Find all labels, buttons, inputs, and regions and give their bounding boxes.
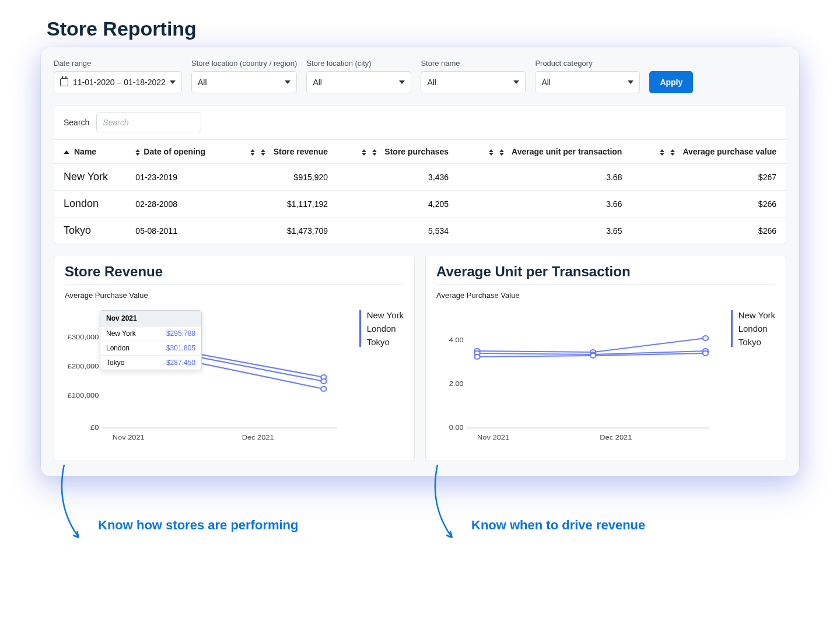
tooltip-label: London bbox=[106, 344, 130, 352]
apply-button[interactable]: Apply bbox=[649, 71, 693, 93]
chart-subtitle: Average Purchase Value bbox=[436, 291, 775, 300]
chart-store-revenue: Store Revenue Average Purchase Value £30… bbox=[54, 255, 415, 461]
calendar-icon bbox=[60, 78, 68, 86]
chevron-down-icon bbox=[399, 80, 405, 84]
sort-icon bbox=[372, 149, 377, 156]
cell-purchases: 5,534 bbox=[337, 217, 458, 244]
sort-icon bbox=[135, 149, 140, 156]
sort-icon bbox=[250, 149, 255, 156]
search-input[interactable] bbox=[96, 113, 201, 132]
legend-item[interactable]: London bbox=[367, 324, 404, 333]
sort-icon bbox=[362, 149, 366, 156]
chart-title: Store Revenue bbox=[65, 264, 404, 285]
cell-purchases: 4,205 bbox=[337, 191, 458, 217]
svg-text:£100,000: £100,000 bbox=[68, 392, 99, 399]
chart-legend: New York London Tokyo bbox=[359, 310, 404, 347]
table-row[interactable]: Tokyo 05-08-2011 $1,473,709 5,534 3.65 $… bbox=[54, 217, 786, 244]
chevron-down-icon bbox=[285, 80, 290, 84]
filter-label-date-range: Date range bbox=[54, 59, 182, 68]
col-avg-unit[interactable]: Average unit per transaction bbox=[458, 140, 631, 164]
svg-point-23 bbox=[703, 336, 708, 340]
cell-revenue: $1,117,192 bbox=[228, 191, 337, 217]
sort-icon bbox=[670, 149, 675, 156]
svg-text:0.00: 0.00 bbox=[449, 424, 464, 431]
annotations: Know how stores are performing Know when… bbox=[41, 476, 799, 570]
search-label: Search bbox=[64, 118, 89, 127]
filter-category[interactable]: All bbox=[535, 71, 640, 93]
col-name[interactable]: Name bbox=[54, 140, 126, 164]
filter-label-city: Store location (city) bbox=[306, 59, 411, 68]
chart-plot-area[interactable]: 4.00 2.00 0.00 Nov 2021 Dec 2021 bbox=[436, 304, 723, 450]
col-date-open[interactable]: Date of opening bbox=[126, 140, 227, 164]
dashboard-panel: Date range 11-01-2020 – 01-18-2022 Store… bbox=[41, 47, 799, 476]
cell-avg-value: $266 bbox=[631, 217, 786, 244]
table-card: Search Name Date of opening Store revenu… bbox=[54, 105, 786, 244]
filter-date-range[interactable]: 11-01-2020 – 01-18-2022 bbox=[54, 71, 182, 93]
sort-icon bbox=[499, 149, 504, 156]
filter-label-store-name: Store name bbox=[421, 59, 526, 68]
filter-store-name-value: All bbox=[427, 78, 436, 87]
filter-city-value: All bbox=[313, 78, 322, 87]
cell-date-open: 01-23-2019 bbox=[126, 164, 227, 191]
svg-point-25 bbox=[703, 351, 708, 356]
chevron-down-icon bbox=[628, 80, 634, 84]
table-row[interactable]: London 02-28-2008 $1,117,192 4,205 3.66 … bbox=[54, 191, 786, 217]
cell-date-open: 02-28-2008 bbox=[126, 191, 227, 217]
tooltip-label: Tokyo bbox=[106, 359, 124, 367]
svg-point-10 bbox=[321, 387, 326, 391]
chevron-down-icon bbox=[513, 80, 519, 84]
svg-text:Nov 2021: Nov 2021 bbox=[477, 434, 509, 441]
legend-item[interactable]: New York bbox=[367, 310, 404, 320]
filter-label-category: Product category bbox=[535, 59, 640, 68]
filter-country[interactable]: All bbox=[191, 71, 297, 93]
cell-revenue: $1,473,709 bbox=[228, 217, 337, 244]
svg-point-19 bbox=[474, 354, 480, 359]
chart-tooltip: Nov 2021 New York$295,788 London$301,805… bbox=[100, 310, 202, 370]
cell-date-open: 05-08-2011 bbox=[126, 217, 227, 244]
chart-legend: New York London Tokyo bbox=[731, 310, 775, 347]
sort-icon bbox=[261, 149, 265, 156]
filter-category-value: All bbox=[541, 78, 551, 87]
cell-avg-value: $267 bbox=[631, 164, 786, 191]
arrow-icon bbox=[426, 465, 467, 546]
legend-item[interactable]: Tokyo bbox=[738, 337, 775, 347]
svg-text:£200,000: £200,000 bbox=[68, 363, 99, 370]
cell-purchases: 3,436 bbox=[337, 164, 458, 191]
cell-avg-unit: 3.68 bbox=[458, 164, 631, 191]
tooltip-value: $301,805 bbox=[166, 344, 195, 352]
filters-row: Date range 11-01-2020 – 01-18-2022 Store… bbox=[54, 59, 786, 93]
svg-text:4.00: 4.00 bbox=[449, 336, 464, 344]
sort-icon bbox=[660, 149, 664, 156]
chart-subtitle: Average Purchase Value bbox=[65, 291, 404, 300]
sort-asc-icon bbox=[64, 150, 69, 154]
tooltip-label: New York bbox=[106, 329, 136, 338]
svg-point-22 bbox=[590, 353, 596, 358]
svg-point-9 bbox=[321, 379, 326, 384]
filter-date-range-value: 11-01-2020 – 01-18-2022 bbox=[73, 78, 166, 87]
filter-label-country: Store location (country / region) bbox=[191, 59, 297, 68]
sort-icon bbox=[489, 149, 494, 156]
filter-store-name[interactable]: All bbox=[421, 71, 526, 93]
table-row[interactable]: New York 01-23-2019 $915,920 3,436 3.68 … bbox=[54, 164, 786, 191]
stores-table: Name Date of opening Store revenue Store… bbox=[54, 140, 786, 244]
cell-avg-value: $266 bbox=[631, 191, 786, 217]
svg-text:Dec 2021: Dec 2021 bbox=[600, 434, 632, 441]
tooltip-value: $287,450 bbox=[166, 359, 195, 367]
legend-item[interactable]: London bbox=[738, 324, 775, 333]
cell-avg-unit: 3.65 bbox=[458, 217, 631, 244]
col-avg-value[interactable]: Average purchase value bbox=[631, 140, 786, 164]
chart-avg-unit: Average Unit per Transaction Average Pur… bbox=[425, 255, 786, 461]
svg-text:£0: £0 bbox=[90, 424, 99, 431]
filter-city[interactable]: All bbox=[306, 71, 411, 93]
svg-text:2.00: 2.00 bbox=[449, 380, 464, 388]
tooltip-header: Nov 2021 bbox=[100, 311, 201, 326]
col-purchases[interactable]: Store purchases bbox=[337, 140, 458, 164]
cell-name: Tokyo bbox=[54, 217, 126, 244]
legend-item[interactable]: Tokyo bbox=[367, 337, 404, 347]
annotation-text: Know how stores are performing bbox=[98, 517, 299, 533]
col-revenue[interactable]: Store revenue bbox=[228, 140, 337, 164]
filter-country-value: All bbox=[198, 78, 207, 87]
chart-plot-area[interactable]: £300,000 £200,000 £100,000 £0 Nov 2021 D… bbox=[65, 304, 351, 450]
legend-item[interactable]: New York bbox=[738, 310, 775, 320]
tooltip-value: $295,788 bbox=[166, 329, 195, 338]
